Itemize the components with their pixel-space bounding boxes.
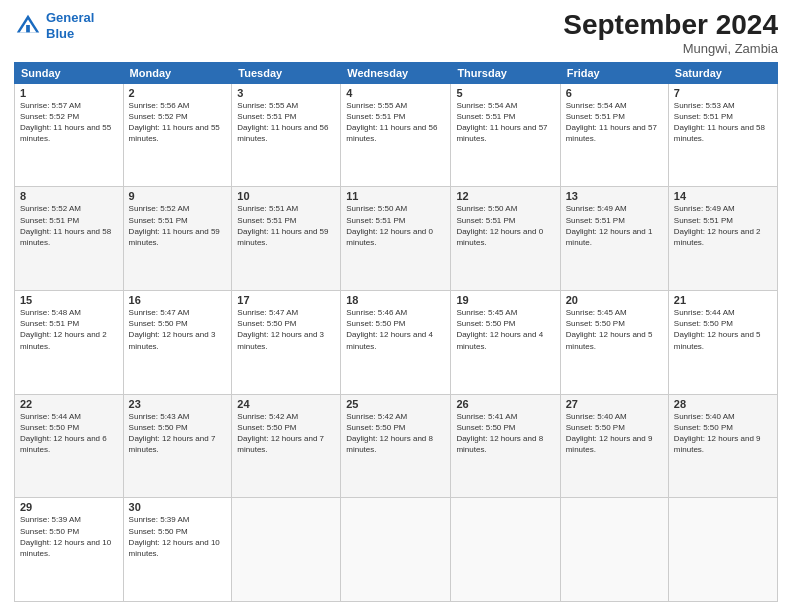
day-number: 16: [129, 294, 227, 306]
day-number: 20: [566, 294, 663, 306]
day-number: 8: [20, 190, 118, 202]
day-number: 5: [456, 87, 554, 99]
day-number: 9: [129, 190, 227, 202]
day-number: 28: [674, 398, 772, 410]
table-row: 30Sunrise: 5:39 AMSunset: 5:50 PMDayligh…: [123, 498, 232, 602]
day-number: 26: [456, 398, 554, 410]
day-info: Sunrise: 5:42 AMSunset: 5:50 PMDaylight:…: [346, 411, 445, 456]
day-number: 19: [456, 294, 554, 306]
col-wednesday: Wednesday: [341, 62, 451, 83]
day-number: 22: [20, 398, 118, 410]
col-thursday: Thursday: [451, 62, 560, 83]
day-info: Sunrise: 5:48 AMSunset: 5:51 PMDaylight:…: [20, 307, 118, 352]
day-info: Sunrise: 5:49 AMSunset: 5:51 PMDaylight:…: [566, 203, 663, 248]
day-info: Sunrise: 5:55 AMSunset: 5:51 PMDaylight:…: [346, 100, 445, 145]
day-info: Sunrise: 5:54 AMSunset: 5:51 PMDaylight:…: [566, 100, 663, 145]
day-info: Sunrise: 5:52 AMSunset: 5:51 PMDaylight:…: [129, 203, 227, 248]
table-row: 13Sunrise: 5:49 AMSunset: 5:51 PMDayligh…: [560, 187, 668, 291]
day-info: Sunrise: 5:49 AMSunset: 5:51 PMDaylight:…: [674, 203, 772, 248]
table-row: 8Sunrise: 5:52 AMSunset: 5:51 PMDaylight…: [15, 187, 124, 291]
title-block: September 2024 Mungwi, Zambia: [563, 10, 778, 56]
table-row: 17Sunrise: 5:47 AMSunset: 5:50 PMDayligh…: [232, 291, 341, 395]
day-info: Sunrise: 5:39 AMSunset: 5:50 PMDaylight:…: [20, 514, 118, 559]
day-number: 15: [20, 294, 118, 306]
table-row: 1Sunrise: 5:57 AMSunset: 5:52 PMDaylight…: [15, 83, 124, 187]
table-row: 19Sunrise: 5:45 AMSunset: 5:50 PMDayligh…: [451, 291, 560, 395]
day-info: Sunrise: 5:53 AMSunset: 5:51 PMDaylight:…: [674, 100, 772, 145]
day-info: Sunrise: 5:39 AMSunset: 5:50 PMDaylight:…: [129, 514, 227, 559]
day-number: 27: [566, 398, 663, 410]
table-row: 11Sunrise: 5:50 AMSunset: 5:51 PMDayligh…: [341, 187, 451, 291]
day-number: 17: [237, 294, 335, 306]
table-row: 23Sunrise: 5:43 AMSunset: 5:50 PMDayligh…: [123, 394, 232, 498]
empty-cell: [232, 498, 341, 602]
logo-icon: [14, 12, 42, 40]
calendar-table: Sunday Monday Tuesday Wednesday Thursday…: [14, 62, 778, 602]
day-info: Sunrise: 5:44 AMSunset: 5:50 PMDaylight:…: [20, 411, 118, 456]
day-info: Sunrise: 5:47 AMSunset: 5:50 PMDaylight:…: [129, 307, 227, 352]
table-row: 15Sunrise: 5:48 AMSunset: 5:51 PMDayligh…: [15, 291, 124, 395]
empty-cell: [668, 498, 777, 602]
table-row: 21Sunrise: 5:44 AMSunset: 5:50 PMDayligh…: [668, 291, 777, 395]
day-number: 7: [674, 87, 772, 99]
week-row: 1Sunrise: 5:57 AMSunset: 5:52 PMDaylight…: [15, 83, 778, 187]
day-info: Sunrise: 5:50 AMSunset: 5:51 PMDaylight:…: [456, 203, 554, 248]
table-row: 27Sunrise: 5:40 AMSunset: 5:50 PMDayligh…: [560, 394, 668, 498]
table-row: 3Sunrise: 5:55 AMSunset: 5:51 PMDaylight…: [232, 83, 341, 187]
day-number: 29: [20, 501, 118, 513]
day-number: 21: [674, 294, 772, 306]
table-row: 14Sunrise: 5:49 AMSunset: 5:51 PMDayligh…: [668, 187, 777, 291]
page: General Blue September 2024 Mungwi, Zamb…: [0, 0, 792, 612]
day-info: Sunrise: 5:51 AMSunset: 5:51 PMDaylight:…: [237, 203, 335, 248]
day-number: 24: [237, 398, 335, 410]
day-info: Sunrise: 5:41 AMSunset: 5:50 PMDaylight:…: [456, 411, 554, 456]
col-saturday: Saturday: [668, 62, 777, 83]
month-title: September 2024: [563, 10, 778, 41]
calendar-body: 1Sunrise: 5:57 AMSunset: 5:52 PMDaylight…: [15, 83, 778, 601]
day-number: 25: [346, 398, 445, 410]
week-row: 29Sunrise: 5:39 AMSunset: 5:50 PMDayligh…: [15, 498, 778, 602]
location: Mungwi, Zambia: [563, 41, 778, 56]
header-row: Sunday Monday Tuesday Wednesday Thursday…: [15, 62, 778, 83]
day-number: 12: [456, 190, 554, 202]
table-row: 12Sunrise: 5:50 AMSunset: 5:51 PMDayligh…: [451, 187, 560, 291]
day-info: Sunrise: 5:40 AMSunset: 5:50 PMDaylight:…: [566, 411, 663, 456]
week-row: 22Sunrise: 5:44 AMSunset: 5:50 PMDayligh…: [15, 394, 778, 498]
day-info: Sunrise: 5:55 AMSunset: 5:51 PMDaylight:…: [237, 100, 335, 145]
table-row: 10Sunrise: 5:51 AMSunset: 5:51 PMDayligh…: [232, 187, 341, 291]
day-info: Sunrise: 5:43 AMSunset: 5:50 PMDaylight:…: [129, 411, 227, 456]
day-number: 30: [129, 501, 227, 513]
table-row: 4Sunrise: 5:55 AMSunset: 5:51 PMDaylight…: [341, 83, 451, 187]
day-number: 23: [129, 398, 227, 410]
empty-cell: [451, 498, 560, 602]
day-info: Sunrise: 5:56 AMSunset: 5:52 PMDaylight:…: [129, 100, 227, 145]
logo: General Blue: [14, 10, 94, 41]
table-row: 16Sunrise: 5:47 AMSunset: 5:50 PMDayligh…: [123, 291, 232, 395]
day-number: 10: [237, 190, 335, 202]
table-row: 7Sunrise: 5:53 AMSunset: 5:51 PMDaylight…: [668, 83, 777, 187]
week-row: 15Sunrise: 5:48 AMSunset: 5:51 PMDayligh…: [15, 291, 778, 395]
logo-line1: General: [46, 10, 94, 25]
day-info: Sunrise: 5:45 AMSunset: 5:50 PMDaylight:…: [566, 307, 663, 352]
day-number: 14: [674, 190, 772, 202]
day-info: Sunrise: 5:42 AMSunset: 5:50 PMDaylight:…: [237, 411, 335, 456]
day-number: 18: [346, 294, 445, 306]
table-row: 29Sunrise: 5:39 AMSunset: 5:50 PMDayligh…: [15, 498, 124, 602]
logo-line2: Blue: [46, 26, 74, 41]
table-row: 5Sunrise: 5:54 AMSunset: 5:51 PMDaylight…: [451, 83, 560, 187]
day-info: Sunrise: 5:50 AMSunset: 5:51 PMDaylight:…: [346, 203, 445, 248]
table-row: 6Sunrise: 5:54 AMSunset: 5:51 PMDaylight…: [560, 83, 668, 187]
table-row: 28Sunrise: 5:40 AMSunset: 5:50 PMDayligh…: [668, 394, 777, 498]
day-number: 11: [346, 190, 445, 202]
day-info: Sunrise: 5:52 AMSunset: 5:51 PMDaylight:…: [20, 203, 118, 248]
table-row: 26Sunrise: 5:41 AMSunset: 5:50 PMDayligh…: [451, 394, 560, 498]
empty-cell: [341, 498, 451, 602]
day-info: Sunrise: 5:44 AMSunset: 5:50 PMDaylight:…: [674, 307, 772, 352]
col-friday: Friday: [560, 62, 668, 83]
day-info: Sunrise: 5:40 AMSunset: 5:50 PMDaylight:…: [674, 411, 772, 456]
day-number: 4: [346, 87, 445, 99]
table-row: 25Sunrise: 5:42 AMSunset: 5:50 PMDayligh…: [341, 394, 451, 498]
table-row: 18Sunrise: 5:46 AMSunset: 5:50 PMDayligh…: [341, 291, 451, 395]
logo-text: General Blue: [46, 10, 94, 41]
day-number: 2: [129, 87, 227, 99]
